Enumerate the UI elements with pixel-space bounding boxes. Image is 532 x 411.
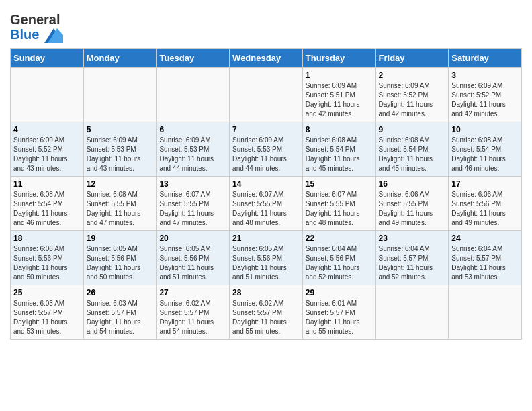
day-number: 9 (379, 125, 446, 134)
day-number: 27 (159, 288, 226, 298)
day-info: Sunrise: 6:08 AMSunset: 5:54 PMDaylight:… (13, 190, 81, 228)
day-number: 16 (379, 179, 446, 189)
header-day-tuesday: Tuesday (157, 48, 230, 67)
day-number: 11 (13, 179, 81, 189)
day-cell (230, 67, 303, 122)
calendar-table: SundayMondayTuesdayWednesdayThursdayFrid… (10, 48, 522, 340)
day-info: Sunrise: 6:04 AMSunset: 5:56 PMDaylight:… (306, 244, 373, 282)
day-info: Sunrise: 6:06 AMSunset: 5:56 PMDaylight:… (451, 190, 519, 228)
day-info: Sunrise: 6:04 AMSunset: 5:57 PMDaylight:… (379, 244, 446, 282)
header-day-thursday: Thursday (302, 48, 375, 67)
week-row-2: 4Sunrise: 6:09 AMSunset: 5:52 PMDaylight… (11, 122, 522, 176)
day-info: Sunrise: 6:07 AMSunset: 5:55 PMDaylight:… (232, 190, 300, 228)
day-cell: 20Sunrise: 6:05 AMSunset: 5:56 PMDayligh… (157, 230, 230, 285)
day-number: 25 (13, 288, 81, 298)
day-cell: 16Sunrise: 6:06 AMSunset: 5:55 PMDayligh… (375, 176, 449, 230)
day-info: Sunrise: 6:09 AMSunset: 5:52 PMDaylight:… (13, 136, 81, 173)
day-cell: 25Sunrise: 6:03 AMSunset: 5:57 PMDayligh… (11, 285, 84, 339)
logo: General Blue (10, 12, 63, 43)
day-info: Sunrise: 6:06 AMSunset: 5:55 PMDaylight:… (379, 190, 446, 228)
day-cell: 28Sunrise: 6:02 AMSunset: 5:57 PMDayligh… (230, 285, 303, 339)
day-info: Sunrise: 6:09 AMSunset: 5:52 PMDaylight:… (379, 81, 446, 119)
logo-general: General (10, 12, 60, 27)
day-cell: 15Sunrise: 6:07 AMSunset: 5:55 PMDayligh… (302, 176, 375, 230)
day-info: Sunrise: 6:02 AMSunset: 5:57 PMDaylight:… (232, 299, 300, 336)
day-info: Sunrise: 6:02 AMSunset: 5:57 PMDaylight:… (159, 299, 226, 336)
day-number: 18 (13, 234, 81, 243)
day-cell: 23Sunrise: 6:04 AMSunset: 5:57 PMDayligh… (375, 230, 449, 285)
day-cell: 1Sunrise: 6:09 AMSunset: 5:51 PMDaylight… (302, 67, 375, 122)
day-number: 19 (87, 234, 154, 243)
day-cell: 27Sunrise: 6:02 AMSunset: 5:57 PMDayligh… (157, 285, 230, 339)
day-number: 12 (87, 179, 154, 189)
logo-text: General Blue (10, 12, 63, 43)
day-info: Sunrise: 6:09 AMSunset: 5:51 PMDaylight:… (306, 81, 373, 119)
day-info: Sunrise: 6:08 AMSunset: 5:54 PMDaylight:… (451, 136, 519, 173)
header-day-monday: Monday (83, 48, 157, 67)
day-cell: 2Sunrise: 6:09 AMSunset: 5:52 PMDaylight… (375, 67, 449, 122)
day-number: 22 (306, 234, 373, 243)
day-info: Sunrise: 6:03 AMSunset: 5:57 PMDaylight:… (13, 299, 81, 336)
day-info: Sunrise: 6:07 AMSunset: 5:55 PMDaylight:… (306, 190, 373, 228)
day-number: 29 (306, 288, 373, 298)
header-day-friday: Friday (375, 48, 449, 67)
day-number: 3 (451, 71, 519, 80)
day-cell (375, 285, 449, 339)
day-cell: 3Sunrise: 6:09 AMSunset: 5:52 PMDaylight… (449, 67, 522, 122)
day-number: 26 (87, 288, 154, 298)
day-cell: 4Sunrise: 6:09 AMSunset: 5:52 PMDaylight… (11, 122, 84, 176)
day-number: 17 (451, 179, 519, 189)
day-info: Sunrise: 6:03 AMSunset: 5:57 PMDaylight:… (87, 299, 154, 336)
day-info: Sunrise: 6:09 AMSunset: 5:53 PMDaylight:… (159, 136, 226, 173)
day-cell: 26Sunrise: 6:03 AMSunset: 5:57 PMDayligh… (83, 285, 157, 339)
day-number: 10 (451, 125, 519, 134)
day-cell: 29Sunrise: 6:01 AMSunset: 5:57 PMDayligh… (302, 285, 375, 339)
day-info: Sunrise: 6:05 AMSunset: 5:56 PMDaylight:… (159, 244, 226, 282)
day-cell: 14Sunrise: 6:07 AMSunset: 5:55 PMDayligh… (230, 176, 303, 230)
day-info: Sunrise: 6:09 AMSunset: 5:52 PMDaylight:… (451, 81, 519, 119)
day-cell: 11Sunrise: 6:08 AMSunset: 5:54 PMDayligh… (11, 176, 84, 230)
day-info: Sunrise: 6:01 AMSunset: 5:57 PMDaylight:… (306, 299, 373, 336)
day-cell: 9Sunrise: 6:08 AMSunset: 5:54 PMDaylight… (375, 122, 449, 176)
day-cell: 17Sunrise: 6:06 AMSunset: 5:56 PMDayligh… (449, 176, 522, 230)
day-number: 7 (232, 125, 300, 134)
day-cell: 22Sunrise: 6:04 AMSunset: 5:56 PMDayligh… (302, 230, 375, 285)
header-day-sunday: Sunday (11, 48, 84, 67)
day-number: 8 (306, 125, 373, 134)
day-number: 24 (451, 234, 519, 243)
day-info: Sunrise: 6:08 AMSunset: 5:54 PMDaylight:… (306, 136, 373, 173)
day-info: Sunrise: 6:08 AMSunset: 5:54 PMDaylight:… (379, 136, 446, 173)
day-cell: 18Sunrise: 6:06 AMSunset: 5:56 PMDayligh… (11, 230, 84, 285)
header-day-saturday: Saturday (449, 48, 522, 67)
day-cell: 10Sunrise: 6:08 AMSunset: 5:54 PMDayligh… (449, 122, 522, 176)
day-cell (83, 67, 157, 122)
day-info: Sunrise: 6:04 AMSunset: 5:57 PMDaylight:… (451, 244, 519, 282)
week-row-5: 25Sunrise: 6:03 AMSunset: 5:57 PMDayligh… (11, 285, 522, 339)
day-cell: 12Sunrise: 6:08 AMSunset: 5:55 PMDayligh… (83, 176, 157, 230)
day-number: 15 (306, 179, 373, 189)
day-cell (11, 67, 84, 122)
day-cell: 5Sunrise: 6:09 AMSunset: 5:53 PMDaylight… (83, 122, 157, 176)
day-info: Sunrise: 6:09 AMSunset: 5:53 PMDaylight:… (87, 136, 154, 173)
day-info: Sunrise: 6:06 AMSunset: 5:56 PMDaylight:… (13, 244, 81, 282)
day-number: 28 (232, 288, 300, 298)
day-number: 2 (379, 71, 446, 80)
day-cell: 21Sunrise: 6:05 AMSunset: 5:56 PMDayligh… (230, 230, 303, 285)
day-number: 6 (159, 125, 226, 134)
day-cell: 24Sunrise: 6:04 AMSunset: 5:57 PMDayligh… (449, 230, 522, 285)
day-info: Sunrise: 6:05 AMSunset: 5:56 PMDaylight:… (232, 244, 300, 282)
logo-blue: Blue (10, 27, 39, 42)
day-number: 1 (306, 71, 373, 80)
day-cell (449, 285, 522, 339)
day-number: 20 (159, 234, 226, 243)
header-row: SundayMondayTuesdayWednesdayThursdayFrid… (11, 48, 522, 67)
day-cell: 7Sunrise: 6:09 AMSunset: 5:53 PMDaylight… (230, 122, 303, 176)
day-cell: 8Sunrise: 6:08 AMSunset: 5:54 PMDaylight… (302, 122, 375, 176)
day-cell: 6Sunrise: 6:09 AMSunset: 5:53 PMDaylight… (157, 122, 230, 176)
day-info: Sunrise: 6:08 AMSunset: 5:55 PMDaylight:… (87, 190, 154, 228)
day-cell: 13Sunrise: 6:07 AMSunset: 5:55 PMDayligh… (157, 176, 230, 230)
day-number: 4 (13, 125, 81, 134)
week-row-4: 18Sunrise: 6:06 AMSunset: 5:56 PMDayligh… (11, 230, 522, 285)
day-info: Sunrise: 6:05 AMSunset: 5:56 PMDaylight:… (87, 244, 154, 282)
logo-icon (44, 28, 63, 43)
